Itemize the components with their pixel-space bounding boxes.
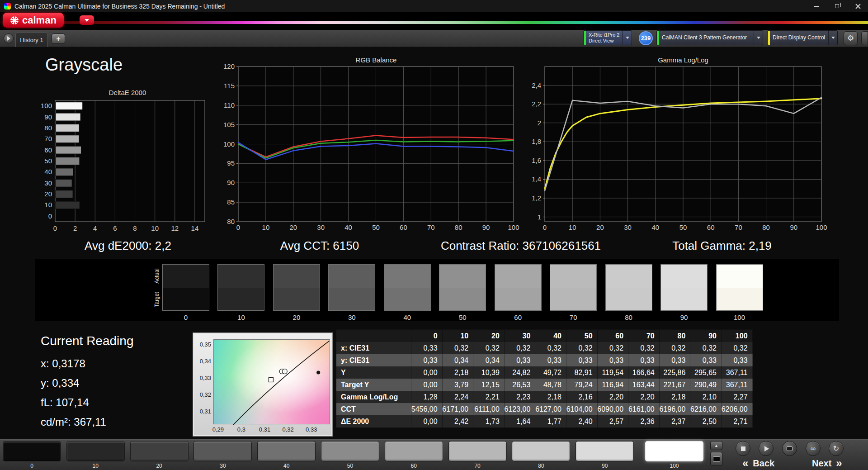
tab-bar: History 1 + X-Rite i1Pro 2 Direct View 2…	[0, 30, 868, 47]
svg-text:8: 8	[133, 224, 137, 232]
table-cell: 0,33	[535, 354, 566, 366]
stop-button[interactable]	[736, 441, 750, 456]
table-cell: 2,20	[598, 391, 629, 403]
swatch-actual	[274, 265, 320, 288]
pattern-generator-dropdown[interactable]: CalMAN Client 3 Pattern Generator	[656, 30, 763, 45]
display-control-name: Direct Display Control	[773, 35, 826, 41]
back-button[interactable]: « Back	[742, 457, 774, 470]
pattern-patch-label: 70	[448, 463, 507, 469]
svg-text:100: 100	[816, 223, 827, 231]
svg-text:40: 40	[44, 168, 52, 176]
table-row: y: CIE310,330,340,340,330,330,330,330,33…	[336, 354, 753, 366]
table-cell: 2,18	[660, 391, 691, 403]
svg-text:2,4: 2,4	[532, 81, 541, 89]
continuous-measure-button[interactable]: ∞	[806, 441, 821, 456]
cie-y-tick-label: 0,34	[194, 358, 211, 365]
pattern-patch-100[interactable]	[645, 441, 703, 461]
pattern-dropdown-arrow[interactable]	[754, 31, 763, 45]
svg-text:80: 80	[762, 223, 770, 231]
loop-button[interactable]: ↻	[829, 441, 844, 456]
swatch-actual	[439, 265, 486, 288]
table-column-header: 100	[722, 330, 753, 342]
chevron-left-icon: «	[742, 457, 748, 470]
swatch-label: 100	[717, 313, 763, 321]
swatch-actual	[384, 265, 430, 288]
restore-icon	[835, 4, 839, 8]
restore-button[interactable]	[826, 0, 847, 12]
rgb-balance-chart: RGB Balance 0102030405060708090100120115…	[206, 55, 522, 236]
svg-text:70: 70	[44, 135, 52, 142]
grayscale-swatch-10: 10	[217, 264, 264, 311]
collapse-panel-button[interactable]: ▲	[710, 441, 722, 450]
table-cell: 367,11	[722, 379, 753, 391]
svg-text:10: 10	[44, 201, 52, 209]
history-nav-button[interactable]	[4, 33, 14, 43]
pattern-patch-20[interactable]	[130, 441, 189, 461]
swatch-label: 30	[329, 313, 375, 321]
meter-dropdown-arrow[interactable]	[623, 31, 632, 45]
svg-text:4: 4	[93, 224, 97, 232]
svg-text:20: 20	[44, 190, 52, 198]
back-label: Back	[753, 458, 774, 469]
cie-plot-area	[213, 339, 330, 424]
cie-x-tick-label: 0,29	[209, 426, 227, 433]
more-controls-sliver[interactable]	[861, 31, 868, 45]
pattern-patch-0[interactable]	[3, 441, 61, 461]
pattern-patch-60[interactable]	[385, 441, 443, 461]
logo-menu-button[interactable]	[80, 15, 94, 25]
svg-text:10: 10	[262, 223, 270, 231]
pattern-patch-label: 80	[512, 463, 570, 469]
meter-dropdown[interactable]: X-Rite i1Pro 2 Direct View	[583, 30, 632, 45]
deltae-bar-chart-svg: 024681012141009080706050403020100	[36, 86, 217, 240]
settings-button[interactable]: ⚙	[844, 31, 858, 45]
swatch-target	[661, 288, 707, 311]
table-row: CCT5456,006171,006111,006123,006127,0061…	[336, 403, 753, 415]
table-cell: 1,64	[505, 415, 536, 427]
table-cell: 225,86	[660, 366, 691, 379]
swatch-actual	[329, 265, 375, 288]
pattern-patch-label: 60	[385, 463, 443, 469]
display-dropdown-arrow[interactable]	[828, 31, 837, 45]
swatch-label: 0	[163, 313, 209, 321]
table-row: x: CIE310,330,320,320,320,320,320,320,32…	[336, 342, 753, 354]
add-tab-button[interactable]: +	[52, 33, 65, 44]
grayscale-swatch-40: 40	[384, 264, 431, 311]
calman-logo-text: calman	[22, 14, 57, 26]
pattern-patch-40[interactable]	[257, 441, 316, 461]
pattern-patch-90[interactable]	[576, 441, 634, 461]
pattern-patch-30[interactable]	[193, 441, 252, 461]
gamma-chart: Gamma Log/Log 01020304050607080901002,42…	[512, 55, 829, 236]
next-button[interactable]: Next »	[812, 457, 842, 470]
tab-history-1[interactable]: History 1	[15, 33, 48, 47]
svg-text:0: 0	[53, 224, 57, 232]
minimize-icon	[814, 6, 819, 7]
table-cell: 5456,00	[411, 403, 443, 415]
meter-count-badge[interactable]: 239	[639, 31, 653, 45]
table-cell: 6123,00	[505, 403, 536, 415]
svg-text:110: 110	[224, 101, 235, 109]
cie-x-tick-label: 0,33	[302, 426, 321, 433]
meter-name: X-Rite i1Pro 2	[589, 32, 620, 38]
table-cell: 2,57	[598, 415, 629, 427]
pattern-patch-50[interactable]	[321, 441, 379, 461]
pattern-patch-70[interactable]	[448, 441, 507, 461]
close-button[interactable]	[847, 0, 868, 12]
svg-text:60: 60	[44, 146, 52, 154]
table-cell: 2,24	[443, 391, 474, 403]
save-button[interactable]	[782, 441, 797, 456]
table-cell: 1,77	[535, 415, 566, 427]
table-cell: 2,21	[473, 391, 505, 403]
arrow-right-icon	[7, 36, 10, 41]
minimize-button[interactable]	[806, 0, 826, 12]
display-control-dropdown[interactable]: Direct Display Control	[767, 30, 838, 45]
window-layout-button[interactable]	[710, 452, 722, 466]
pattern-patch-80[interactable]	[512, 441, 570, 461]
pattern-patch-10[interactable]	[66, 441, 125, 461]
play-button[interactable]	[759, 441, 774, 456]
calman-logo-button[interactable]: calman	[3, 13, 64, 28]
swatch-target	[439, 288, 486, 311]
table-cell: 6196,00	[660, 403, 691, 415]
swatch-target	[384, 288, 430, 311]
swatch-label: 50	[439, 313, 486, 321]
swatch-target	[495, 288, 541, 311]
